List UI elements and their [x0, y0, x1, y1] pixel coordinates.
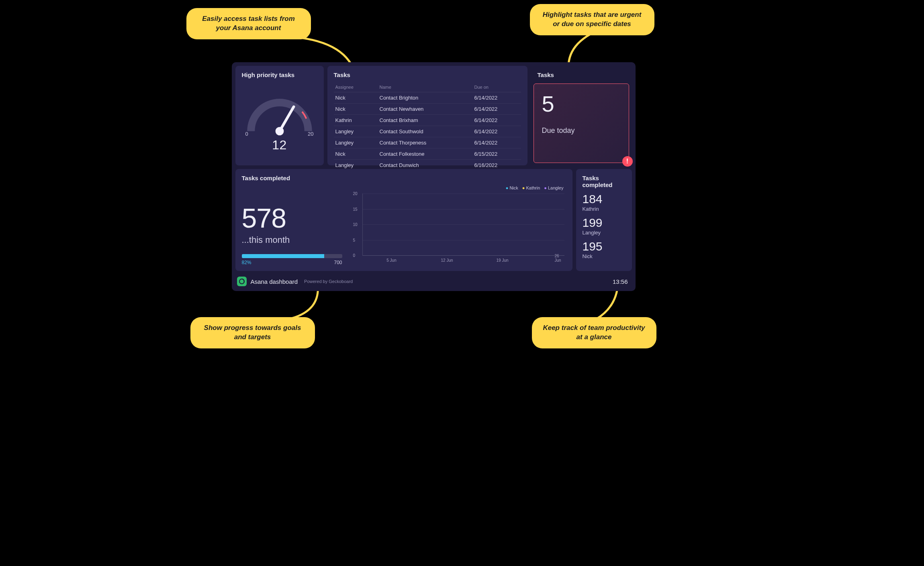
- y-tick: 0: [353, 253, 356, 258]
- cell-assignee: Nick: [334, 92, 378, 104]
- cell-name: Contact Newhaven: [378, 104, 473, 115]
- progress-bar: 82% 700: [242, 254, 342, 265]
- y-tick: 15: [353, 207, 358, 211]
- cell-due: 6/14/2022: [473, 115, 521, 126]
- cell-name: Contact Brixham: [378, 115, 473, 126]
- widget-tasks: Tasks Assignee Name Due on NickContact B…: [327, 66, 527, 165]
- table-row[interactable]: KathrinContact Brixham6/14/2022: [334, 115, 521, 126]
- widget-people-completed: Tasks completed 184Kathrin199Langley195N…: [576, 169, 632, 271]
- legend-langley: Langley: [544, 185, 563, 190]
- person-value: 195: [583, 240, 626, 252]
- cell-due: 6/14/2022: [473, 104, 521, 115]
- dashboard-title: Asana dashboard: [251, 278, 298, 285]
- y-tick: 5: [353, 238, 356, 242]
- callout-top-left: Easily access task lists from your Asana…: [186, 8, 311, 39]
- cell-assignee: Nick: [334, 104, 378, 115]
- table-row[interactable]: NickContact Folkestone6/15/2022: [334, 149, 521, 160]
- cell-name: Contact Folkestone: [378, 149, 473, 160]
- widget-due-today: Tasks 5 Due today !: [531, 66, 632, 165]
- col-assignee: Assignee: [334, 82, 378, 92]
- svg-line-4: [280, 106, 294, 131]
- powered-by: Powered by Geckoboard: [304, 279, 353, 284]
- table-row[interactable]: NickContact Newhaven6/14/2022: [334, 104, 521, 115]
- x-tick: 12 Jun: [441, 258, 453, 263]
- widget-tasks-completed: Tasks completed 578 ...this month 82% 70…: [235, 169, 572, 271]
- cell-assignee: Kathrin: [334, 115, 378, 126]
- widget-title: Tasks: [334, 71, 521, 78]
- progress-percent: 82%: [242, 260, 251, 265]
- person-name: Kathrin: [583, 206, 626, 212]
- gauge-max: 20: [308, 131, 313, 137]
- cell-name: Contact Thorpeness: [378, 137, 473, 149]
- legend-nick: Nick: [506, 185, 518, 190]
- cell-name: Contact Southwold: [378, 126, 473, 137]
- completed-value: 578: [242, 205, 342, 231]
- cell-due: 6/15/2022: [473, 149, 521, 160]
- person-name: Langley: [583, 230, 626, 236]
- due-today-value: 5: [542, 93, 621, 115]
- cell-assignee: Langley: [334, 137, 378, 149]
- completed-subtitle: ...this month: [242, 235, 342, 245]
- person-value: 199: [583, 217, 626, 229]
- y-tick: 10: [353, 222, 358, 227]
- table-row[interactable]: LangleyContact Thorpeness6/14/2022: [334, 137, 521, 149]
- cell-assignee: Langley: [334, 126, 378, 137]
- due-today-card[interactable]: 5 Due today !: [534, 83, 629, 163]
- col-due: Due on: [473, 82, 521, 92]
- widget-title: High priority tasks: [242, 71, 317, 78]
- clock: 13:56: [613, 278, 628, 285]
- list-item: 199Langley: [583, 217, 626, 236]
- alert-icon: !: [622, 156, 633, 167]
- tasks-table: Assignee Name Due on NickContact Brighto…: [334, 82, 521, 171]
- widget-title: Tasks: [538, 71, 554, 78]
- x-tick: 19 Jun: [496, 258, 508, 263]
- dashboard-footer: Asana dashboard Powered by Geckoboard 13…: [235, 275, 632, 287]
- person-name: Nick: [583, 253, 626, 259]
- cell-due: 6/14/2022: [473, 92, 521, 104]
- geckoboard-logo-icon: [237, 277, 247, 286]
- gauge-value: 12: [272, 138, 287, 153]
- cell-assignee: Nick: [334, 149, 378, 160]
- list-item: 195Nick: [583, 240, 626, 259]
- widget-title: Tasks completed: [242, 175, 566, 181]
- dashboard: High priority tasks 0 20 12: [232, 62, 636, 291]
- gauge-min: 0: [245, 131, 248, 137]
- col-name: Name: [378, 82, 473, 92]
- legend-kathrin: Kathrin: [522, 185, 540, 190]
- person-value: 184: [583, 193, 626, 205]
- cell-due: 6/14/2022: [473, 137, 521, 149]
- table-row[interactable]: NickContact Brighton6/14/2022: [334, 92, 521, 104]
- y-tick: 20: [353, 191, 358, 196]
- progress-target: 700: [334, 260, 342, 265]
- completed-bar-chart: Nick Kathrin Langley 051015205 Jun12 Jun…: [350, 185, 566, 265]
- x-tick: 5 Jun: [386, 258, 396, 263]
- cell-due: 6/14/2022: [473, 126, 521, 137]
- widget-title: Tasks completed: [583, 175, 626, 188]
- list-item: 184Kathrin: [583, 193, 626, 212]
- cell-name: Contact Brighton: [378, 92, 473, 104]
- widget-high-priority: High priority tasks 0 20 12: [235, 66, 324, 165]
- callout-top-right: Highlight tasks that are urgent or due o…: [530, 4, 654, 35]
- due-today-label: Due today: [542, 126, 621, 135]
- table-row[interactable]: LangleyContact Southwold6/14/2022: [334, 126, 521, 137]
- x-tick: 26 Jun: [554, 254, 561, 263]
